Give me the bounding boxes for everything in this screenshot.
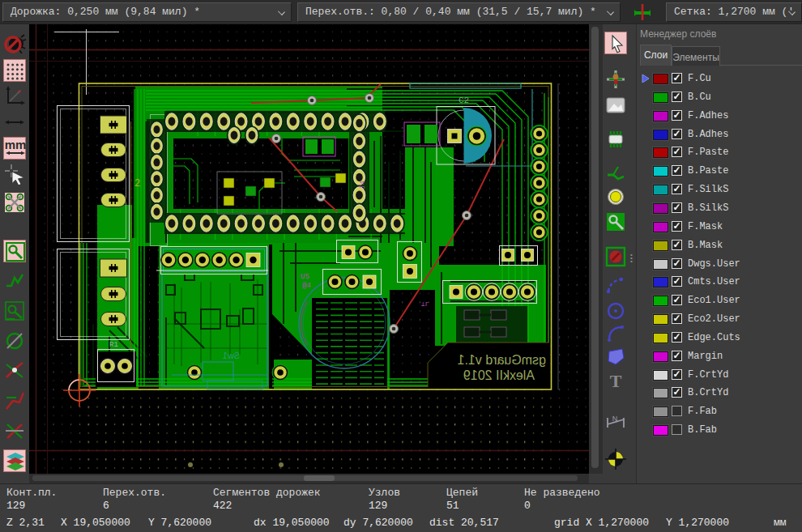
svg-text:@4: @4: [302, 282, 311, 290]
svg-text:AlexkII 2019: AlexkII 2019: [463, 368, 535, 382]
svg-text:Sw1: Sw1: [223, 351, 240, 360]
svg-text:R1: R1: [109, 341, 118, 349]
svg-text:mm: mm: [5, 138, 27, 151]
svg-text:C2: C2: [459, 96, 469, 105]
svg-text:T: T: [610, 371, 622, 391]
svg-text:U5: U5: [301, 273, 309, 281]
svg-text:N: N: [612, 415, 618, 423]
svg-text:⊥Γ: ⊥Γ: [421, 300, 429, 308]
svg-text:J4: J4: [359, 181, 367, 189]
svg-text:gsmGuard v1.1: gsmGuard v1.1: [458, 353, 546, 367]
svg-text:2: 2: [134, 178, 140, 189]
